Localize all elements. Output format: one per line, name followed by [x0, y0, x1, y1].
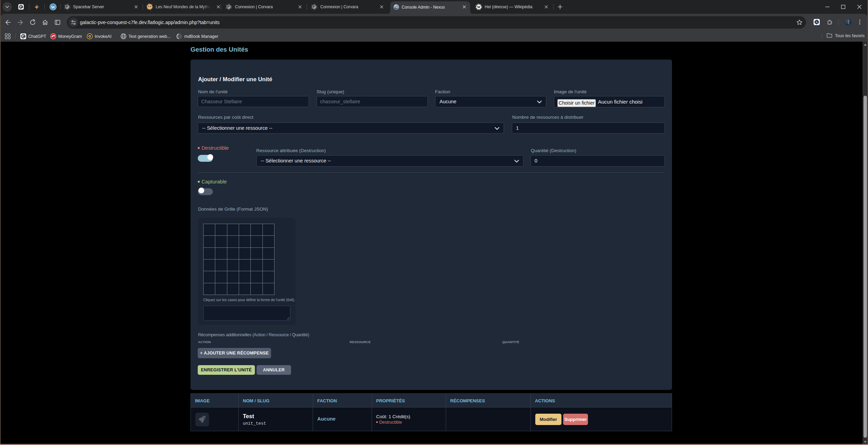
svg-text:W: W — [51, 5, 55, 10]
svg-text:W: W — [477, 5, 481, 9]
